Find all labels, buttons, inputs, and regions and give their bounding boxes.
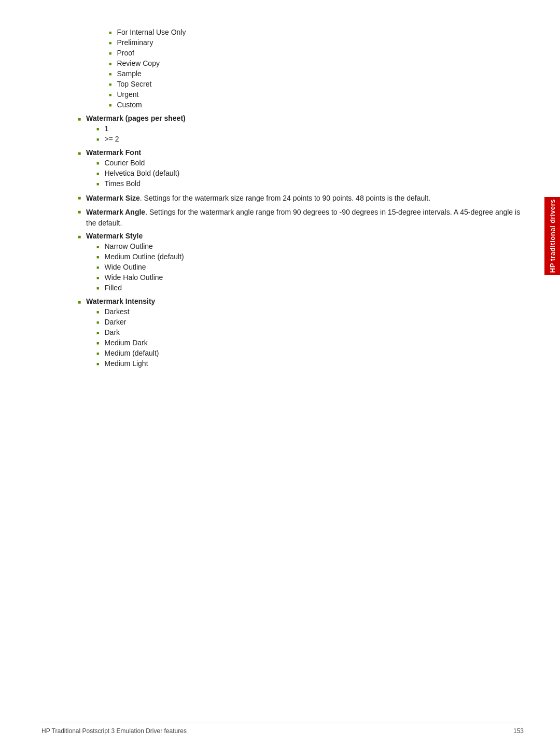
- item-label: Preliminary: [117, 38, 524, 47]
- list-item: ■ Sample: [109, 69, 524, 78]
- section-label: Watermark Font: [86, 148, 524, 157]
- item-label: Medium Outline (default): [104, 252, 524, 261]
- bullet-icon: ■: [109, 51, 111, 56]
- bullet-icon: ■: [96, 171, 99, 176]
- list-item: ■ Medium Light: [96, 359, 524, 368]
- bullet-icon: ■: [78, 116, 81, 122]
- page-container: HP traditional drivers ■ For Internal Us…: [0, 0, 560, 745]
- list-item: ■ Wide Halo Outline: [96, 273, 524, 282]
- section-label: Watermark Style: [86, 232, 524, 240]
- list-item: ■ Medium (default): [96, 349, 524, 357]
- list-item: ■ Darkest: [96, 307, 524, 316]
- section-watermark-font: ■Watermark Font ■ Courier Bold ■ Helveti…: [78, 148, 524, 190]
- main-content: ■ For Internal Use Only ■ Preliminary ■ …: [78, 16, 524, 370]
- bullet-icon: ■: [109, 30, 111, 35]
- list-item: ■ Dark: [96, 328, 524, 336]
- list-item: ■ Darker: [96, 318, 524, 326]
- item-label: Wide Halo Outline: [104, 273, 524, 282]
- bullet-icon: ■: [78, 299, 81, 305]
- bullet-icon: ■: [96, 351, 99, 356]
- section-label: Watermark Intensity: [86, 297, 524, 305]
- list-item: ■ Proof: [109, 49, 524, 57]
- item-label: Darkest: [104, 307, 524, 316]
- bullet-icon: ■: [96, 255, 99, 260]
- bullet-icon: ■: [96, 361, 99, 367]
- item-label: Proof: [117, 49, 524, 57]
- section-watermark-angle: ■Watermark Angle. Settings for the water…: [78, 207, 524, 229]
- list-item: ■ Courier Bold: [96, 159, 524, 167]
- bullet-icon: ■: [78, 150, 81, 156]
- bullet-icon: ■: [78, 234, 81, 240]
- section-content: Watermark Intensity ■ Darkest ■ Darker ■…: [86, 297, 524, 370]
- item-label: Review Copy: [117, 59, 524, 67]
- sections-list: ■Watermark (pages per sheet) ■ 1 ■ >= 2 …: [78, 114, 524, 370]
- section-watermark-style: ■Watermark Style ■ Narrow Outline ■ Medi…: [78, 232, 524, 294]
- list-item: ■ Helvetica Bold (default): [96, 169, 524, 177]
- list-item: ■ Review Copy: [109, 59, 524, 67]
- sub-list: ■ Courier Bold ■ Helvetica Bold (default…: [96, 159, 524, 188]
- item-label: Darker: [104, 318, 524, 326]
- side-tab-wrapper: HP traditional drivers: [544, 197, 560, 275]
- list-item: ■ Top Secret: [109, 80, 524, 88]
- list-item: ■ Medium Outline (default): [96, 252, 524, 261]
- item-label: 1: [104, 124, 524, 133]
- section-watermark-size: ■Watermark Size. Settings for the waterm…: [78, 193, 524, 204]
- section-watermark-intensity: ■Watermark Intensity ■ Darkest ■ Darker …: [78, 297, 524, 370]
- list-item: ■ Custom: [109, 101, 524, 109]
- item-label: Wide Outline: [104, 263, 524, 271]
- item-label: For Internal Use Only: [117, 28, 524, 36]
- bullet-icon: ■: [96, 310, 99, 315]
- list-item: ■ Urgent: [109, 90, 524, 99]
- bullet-icon: ■: [109, 92, 111, 97]
- bullet-icon: ■: [96, 265, 99, 270]
- footer-right: 153: [513, 727, 524, 735]
- list-item: ■ Narrow Outline: [96, 242, 524, 250]
- item-label: Sample: [117, 69, 524, 78]
- bullet-icon: ■: [96, 126, 99, 132]
- bullet-icon: ■: [96, 161, 99, 166]
- bullet-icon: ■: [96, 320, 99, 325]
- top-sub-list: ■ For Internal Use Only ■ Preliminary ■ …: [109, 28, 524, 109]
- bullet-icon: ■: [78, 209, 81, 215]
- side-tab-label: HP traditional drivers: [549, 199, 556, 273]
- item-label: Filled: [104, 284, 524, 292]
- item-label: Narrow Outline: [104, 242, 524, 250]
- list-item: ■ Filled: [96, 284, 524, 292]
- item-label: Courier Bold: [104, 159, 524, 167]
- sub-list: ■ Narrow Outline ■ Medium Outline (defau…: [96, 242, 524, 292]
- item-label: Top Secret: [117, 80, 524, 88]
- item-label: Custom: [117, 101, 524, 109]
- bullet-icon: ■: [96, 137, 99, 142]
- item-label: >= 2: [104, 135, 524, 143]
- list-item: ■ Preliminary: [109, 38, 524, 47]
- footer-left: HP Traditional Postscript 3 Emulation Dr…: [41, 727, 187, 735]
- bullet-icon: ■: [96, 341, 99, 346]
- bullet-icon: ■: [109, 72, 111, 77]
- bullet-icon: ■: [78, 195, 81, 201]
- bullet-icon: ■: [96, 286, 99, 291]
- list-item: ■ For Internal Use Only: [109, 28, 524, 36]
- section-content: Watermark Angle. Settings for the waterm…: [86, 207, 524, 229]
- item-label: Medium (default): [104, 349, 524, 357]
- list-item: ■ >= 2: [96, 135, 524, 143]
- item-label: Times Bold: [104, 179, 524, 188]
- sub-list: ■ Darkest ■ Darker ■ Dark ■ Medium Dark …: [96, 307, 524, 368]
- bullet-icon: ■: [109, 82, 111, 87]
- bullet-icon: ■: [96, 181, 99, 187]
- list-item: ■ 1: [96, 124, 524, 133]
- bullet-icon: ■: [109, 40, 111, 46]
- section-content: Watermark Style ■ Narrow Outline ■ Mediu…: [86, 232, 524, 294]
- bullet-icon: ■: [96, 275, 99, 280]
- bullet-icon: ■: [109, 103, 111, 108]
- section-content: Watermark Size. Settings for the waterma…: [86, 193, 524, 204]
- bullet-icon: ■: [109, 61, 111, 66]
- section-content: Watermark (pages per sheet) ■ 1 ■ >= 2: [86, 114, 524, 145]
- item-label: Dark: [104, 328, 524, 336]
- item-label: Medium Dark: [104, 339, 524, 347]
- list-item: ■ Times Bold: [96, 179, 524, 188]
- page-footer: HP Traditional Postscript 3 Emulation Dr…: [41, 723, 524, 735]
- item-label: Helvetica Bold (default): [104, 169, 524, 177]
- sub-list: ■ 1 ■ >= 2: [96, 124, 524, 143]
- section-watermark-pages: ■Watermark (pages per sheet) ■ 1 ■ >= 2: [78, 114, 524, 145]
- bullet-icon: ■: [96, 244, 99, 249]
